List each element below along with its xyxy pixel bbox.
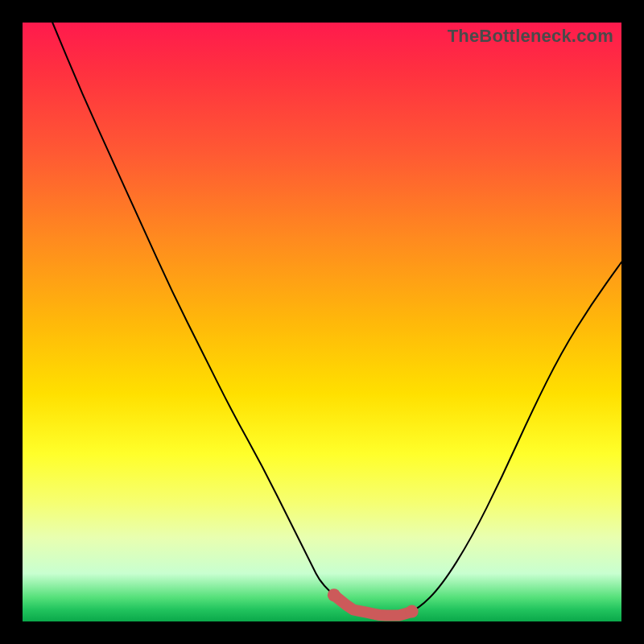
optimal-range-end-dot [406,605,419,618]
chart-svg [23,23,621,621]
optimal-range-start-dot [328,588,341,601]
chart-frame: TheBottleneck.com [0,0,644,644]
optimal-range-highlight [334,595,412,615]
bottleneck-curve-line [52,23,621,616]
plot-area: TheBottleneck.com [23,23,621,621]
